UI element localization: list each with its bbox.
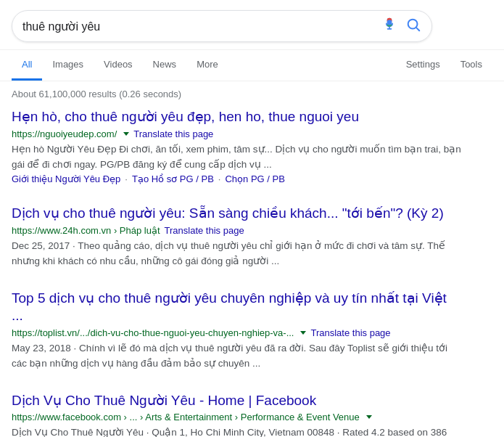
result-url: https://www.facebook.com › ... › Arts & … [12, 412, 360, 422]
search-icons [382, 17, 421, 36]
tab-news[interactable]: News [143, 50, 187, 81]
translate-link[interactable]: Translate this page [133, 128, 213, 139]
search-input[interactable]: thuê người yêu [22, 20, 382, 33]
tab-videos[interactable]: Videos [94, 50, 143, 81]
url-dropdown-arrow[interactable] [123, 132, 129, 136]
table-row: Dịch Vụ Cho Thuê Người Yêu - Home | Face… [12, 392, 461, 437]
result-sitelinks: Giới thiệu Người Yêu Đẹp · Tạo Hồ sơ PG … [12, 173, 461, 184]
result-title[interactable]: Hẹn hò, cho thuê người yêu đẹp, hen ho, … [12, 108, 461, 126]
sitelink[interactable]: Giới thiệu Người Yêu Đẹp [12, 173, 120, 184]
tab-settings[interactable]: Settings [396, 50, 450, 81]
result-snippet: May 23, 2018 · Chính vì lẽ đó mà dịch vụ… [12, 340, 461, 372]
nav-tabs: All Images Videos News More Settings Too… [0, 50, 504, 81]
translate-link[interactable]: Translate this page [165, 225, 244, 236]
search-icon-btn[interactable] [405, 17, 421, 36]
result-url-row: https://www.facebook.com › ... › Arts & … [12, 412, 461, 422]
sitelink[interactable]: Chọn PG / PB [225, 173, 284, 184]
svg-line-1 [416, 28, 419, 30]
result-url: https://www.24h.com.vn › Pháp luật [12, 225, 160, 236]
url-dropdown-arrow[interactable] [366, 415, 372, 419]
result-url: https://nguoiyeudep.com/ [12, 128, 117, 139]
result-url-row: https://www.24h.com.vn › Pháp luật Trans… [12, 225, 461, 236]
result-title[interactable]: Dịch Vụ Cho Thuê Người Yêu - Home | Face… [12, 392, 461, 410]
tab-more[interactable]: More [186, 50, 228, 81]
sitelink[interactable]: Tạo Hồ sơ PG / PB [132, 173, 214, 184]
result-snippet: Dịch Vụ Cho Thuê Người Yêu · Quận 1, Ho … [12, 425, 461, 437]
results-meta: About 61,100,000 results (0.26 seconds) [0, 81, 504, 105]
nav-right: Settings Tools [396, 50, 492, 81]
tab-images[interactable]: Images [42, 50, 94, 81]
table-row: Top 5 dịch vụ cho thuê người yêu chuyên … [12, 290, 461, 372]
result-snippet: Dec 25, 2017 · Theo quảng cáo, dịch vụ t… [12, 238, 461, 269]
tab-all[interactable]: All [12, 50, 42, 81]
results-container: Hẹn hò, cho thuê người yêu đẹp, hen ho, … [0, 105, 504, 437]
result-title[interactable]: Top 5 dịch vụ cho thuê người yêu chuyên … [12, 290, 461, 325]
translate-link[interactable]: Translate this page [310, 327, 390, 338]
result-url-row: https://nguoiyeudep.com/ Translate this … [12, 128, 461, 139]
url-dropdown-arrow[interactable] [300, 331, 306, 335]
search-bar: thuê người yêu [12, 10, 432, 42]
result-url: https://toplist.vn/.../dich-vu-cho-thue-… [12, 327, 294, 338]
search-bar-wrapper: thuê người yêu [0, 0, 504, 50]
mic-icon[interactable] [382, 17, 397, 35]
result-snippet: Hẹn hò Người Yêu Đẹp Đi chơi, ăn tối, xe… [12, 142, 461, 173]
result-url-row: https://toplist.vn/.../dich-vu-cho-thue-… [12, 327, 461, 338]
result-title[interactable]: Dịch vụ cho thuê người yêu: Sẵn sàng chi… [12, 205, 461, 223]
table-row: Hẹn hò, cho thuê người yêu đẹp, hen ho, … [12, 108, 461, 184]
tab-tools[interactable]: Tools [450, 50, 492, 81]
table-row: Dịch vụ cho thuê người yêu: Sẵn sàng chi… [12, 205, 461, 269]
